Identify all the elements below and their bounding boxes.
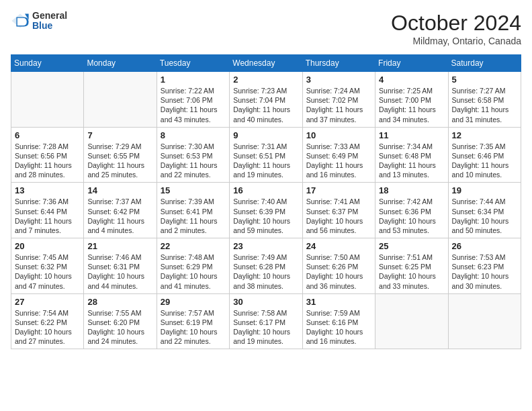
day-info: Sunrise: 7:53 AMSunset: 6:23 PMDaylight:… — [452, 253, 517, 291]
day-info: Sunrise: 7:27 AMSunset: 6:58 PMDaylight:… — [452, 86, 517, 124]
weekday-header: Sunday — [11, 55, 84, 72]
day-number: 3 — [306, 75, 371, 85]
day-info: Sunrise: 7:35 AMSunset: 6:46 PMDaylight:… — [452, 142, 517, 180]
calendar-cell: 30Sunrise: 7:58 AMSunset: 6:17 PMDayligh… — [230, 293, 302, 349]
calendar-cell: 13Sunrise: 7:36 AMSunset: 6:44 PMDayligh… — [11, 183, 84, 238]
calendar-cell: 16Sunrise: 7:40 AMSunset: 6:39 PMDayligh… — [230, 183, 302, 238]
month-title: October 2024 — [391, 11, 521, 36]
calendar-cell: 20Sunrise: 7:45 AMSunset: 6:32 PMDayligh… — [11, 238, 84, 294]
day-number: 31 — [306, 297, 371, 307]
day-number: 12 — [452, 130, 517, 140]
calendar-cell — [84, 72, 157, 128]
calendar-cell: 10Sunrise: 7:33 AMSunset: 6:49 PMDayligh… — [302, 127, 375, 183]
weekday-header: Saturday — [448, 55, 521, 72]
calendar-week-row: 13Sunrise: 7:36 AMSunset: 6:44 PMDayligh… — [11, 183, 521, 238]
calendar-cell: 23Sunrise: 7:49 AMSunset: 6:28 PMDayligh… — [230, 238, 302, 294]
day-number: 14 — [87, 185, 152, 195]
page-header: General Blue October 2024 Mildmay, Ontar… — [11, 11, 521, 46]
calendar-week-row: 27Sunrise: 7:54 AMSunset: 6:22 PMDayligh… — [11, 293, 521, 349]
day-info: Sunrise: 7:41 AMSunset: 6:37 PMDaylight:… — [306, 197, 371, 235]
day-info: Sunrise: 7:40 AMSunset: 6:39 PMDaylight:… — [233, 197, 298, 235]
day-number: 19 — [452, 185, 517, 195]
day-number: 2 — [233, 75, 298, 85]
calendar-cell: 19Sunrise: 7:44 AMSunset: 6:34 PMDayligh… — [448, 183, 521, 238]
day-info: Sunrise: 7:48 AMSunset: 6:29 PMDaylight:… — [161, 253, 226, 291]
day-info: Sunrise: 7:58 AMSunset: 6:17 PMDaylight:… — [233, 308, 298, 347]
day-info: Sunrise: 7:36 AMSunset: 6:44 PMDaylight:… — [15, 197, 80, 235]
weekday-header: Thursday — [302, 55, 375, 72]
day-number: 4 — [379, 75, 444, 85]
day-number: 5 — [452, 75, 517, 85]
day-info: Sunrise: 7:28 AMSunset: 6:56 PMDaylight:… — [15, 142, 80, 180]
weekday-header: Tuesday — [157, 55, 229, 72]
calendar-cell: 21Sunrise: 7:46 AMSunset: 6:31 PMDayligh… — [84, 238, 157, 294]
calendar-cell: 12Sunrise: 7:35 AMSunset: 6:46 PMDayligh… — [448, 127, 521, 183]
title-block: October 2024 Mildmay, Ontario, Canada — [391, 11, 521, 46]
day-info: Sunrise: 7:50 AMSunset: 6:26 PMDaylight:… — [306, 253, 371, 291]
day-number: 13 — [15, 185, 80, 195]
day-number: 11 — [379, 130, 444, 140]
calendar-cell: 9Sunrise: 7:31 AMSunset: 6:51 PMDaylight… — [230, 127, 302, 183]
day-info: Sunrise: 7:39 AMSunset: 6:41 PMDaylight:… — [161, 197, 226, 235]
calendar-cell — [11, 72, 84, 128]
day-number: 30 — [233, 297, 298, 307]
calendar-week-row: 1Sunrise: 7:22 AMSunset: 7:06 PMDaylight… — [11, 72, 521, 128]
logo-text: General Blue — [32, 11, 67, 32]
logo-blue-text: Blue — [32, 21, 67, 31]
logo: General Blue — [11, 11, 67, 32]
day-number: 1 — [161, 75, 226, 85]
day-info: Sunrise: 7:57 AMSunset: 6:19 PMDaylight:… — [161, 308, 226, 347]
day-number: 27 — [15, 297, 80, 307]
calendar-table: SundayMondayTuesdayWednesdayThursdayFrid… — [11, 54, 521, 349]
day-number: 9 — [233, 130, 298, 140]
day-number: 25 — [379, 241, 444, 251]
weekday-header: Wednesday — [230, 55, 302, 72]
day-info: Sunrise: 7:51 AMSunset: 6:25 PMDaylight:… — [379, 253, 444, 291]
calendar-cell: 6Sunrise: 7:28 AMSunset: 6:56 PMDaylight… — [11, 127, 84, 183]
calendar-cell: 4Sunrise: 7:25 AMSunset: 7:00 PMDaylight… — [375, 72, 448, 128]
calendar-cell: 24Sunrise: 7:50 AMSunset: 6:26 PMDayligh… — [302, 238, 375, 294]
day-number: 21 — [87, 241, 152, 251]
day-number: 29 — [161, 297, 226, 307]
day-number: 17 — [306, 185, 371, 195]
calendar-cell: 29Sunrise: 7:57 AMSunset: 6:19 PMDayligh… — [157, 293, 229, 349]
day-info: Sunrise: 7:34 AMSunset: 6:48 PMDaylight:… — [379, 142, 444, 180]
day-number: 16 — [233, 185, 298, 195]
day-number: 23 — [233, 241, 298, 251]
day-number: 28 — [87, 297, 152, 307]
calendar-cell: 17Sunrise: 7:41 AMSunset: 6:37 PMDayligh… — [302, 183, 375, 238]
day-info: Sunrise: 7:59 AMSunset: 6:16 PMDaylight:… — [306, 308, 371, 347]
day-number: 15 — [161, 185, 226, 195]
calendar-cell: 8Sunrise: 7:30 AMSunset: 6:53 PMDaylight… — [157, 127, 229, 183]
calendar-cell: 31Sunrise: 7:59 AMSunset: 6:16 PMDayligh… — [302, 293, 375, 349]
weekday-header: Friday — [375, 55, 448, 72]
calendar-cell: 3Sunrise: 7:24 AMSunset: 7:02 PMDaylight… — [302, 72, 375, 128]
day-info: Sunrise: 7:22 AMSunset: 7:06 PMDaylight:… — [161, 86, 226, 124]
logo-general-text: General — [32, 11, 67, 21]
day-info: Sunrise: 7:23 AMSunset: 7:04 PMDaylight:… — [233, 86, 298, 124]
day-info: Sunrise: 7:25 AMSunset: 7:00 PMDaylight:… — [379, 86, 444, 124]
calendar-cell — [375, 293, 448, 349]
day-info: Sunrise: 7:55 AMSunset: 6:20 PMDaylight:… — [87, 308, 152, 347]
calendar-cell: 14Sunrise: 7:37 AMSunset: 6:42 PMDayligh… — [84, 183, 157, 238]
day-number: 8 — [161, 130, 226, 140]
day-number: 22 — [161, 241, 226, 251]
day-info: Sunrise: 7:37 AMSunset: 6:42 PMDaylight:… — [87, 197, 152, 235]
calendar-cell: 2Sunrise: 7:23 AMSunset: 7:04 PMDaylight… — [230, 72, 302, 128]
calendar-cell: 22Sunrise: 7:48 AMSunset: 6:29 PMDayligh… — [157, 238, 229, 294]
calendar-cell — [448, 293, 521, 349]
calendar-cell: 5Sunrise: 7:27 AMSunset: 6:58 PMDaylight… — [448, 72, 521, 128]
calendar-cell: 15Sunrise: 7:39 AMSunset: 6:41 PMDayligh… — [157, 183, 229, 238]
day-info: Sunrise: 7:44 AMSunset: 6:34 PMDaylight:… — [452, 197, 517, 235]
day-number: 20 — [15, 241, 80, 251]
day-info: Sunrise: 7:49 AMSunset: 6:28 PMDaylight:… — [233, 253, 298, 291]
day-number: 18 — [379, 185, 444, 195]
day-info: Sunrise: 7:42 AMSunset: 6:36 PMDaylight:… — [379, 197, 444, 235]
calendar-week-row: 20Sunrise: 7:45 AMSunset: 6:32 PMDayligh… — [11, 238, 521, 294]
calendar-cell: 18Sunrise: 7:42 AMSunset: 6:36 PMDayligh… — [375, 183, 448, 238]
day-info: Sunrise: 7:46 AMSunset: 6:31 PMDaylight:… — [87, 253, 152, 291]
calendar-week-row: 6Sunrise: 7:28 AMSunset: 6:56 PMDaylight… — [11, 127, 521, 183]
day-info: Sunrise: 7:45 AMSunset: 6:32 PMDaylight:… — [15, 253, 80, 291]
calendar-cell: 7Sunrise: 7:29 AMSunset: 6:55 PMDaylight… — [84, 127, 157, 183]
day-number: 10 — [306, 130, 371, 140]
